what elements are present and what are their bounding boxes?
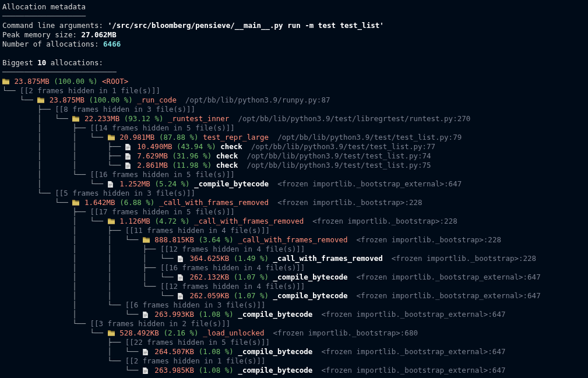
func-name: check [220,142,242,151]
func-name: _compile_bytecode [273,291,348,300]
alloc-pct: (3.64 %) [199,235,234,244]
alloc-size: 364.625KB [190,254,230,263]
func-name: check [216,161,238,169]
tree-gutter: │ │ └── [2,282,160,291]
svg-rect-10 [108,185,112,185]
tree-node-file: │ │ └── 262.059KB (1.07 %) _compile_byte… [2,291,586,301]
tree-node-file: │ │ └── 2.861MB (11.98 %) check /opt/bb/… [2,161,586,170]
tree-node-file: │ └── 1.252MB (5.24 %) _compile_bytecode… [2,179,586,189]
tree-gutter: ├── [2,207,90,216]
func-name: _compile_bytecode [238,366,312,375]
svg-rect-27 [144,370,147,371]
svg-rect-3 [126,156,129,157]
alloc-pct: (1.08 %) [199,310,234,319]
alloc-size: 1.252MB [119,179,150,188]
svg-rect-1 [126,147,129,148]
source-location: <frozen importlib._bootstrap>:228 [277,198,422,207]
source-location: <frozen importlib._bootstrap>:228 [312,217,457,225]
folder-icon [72,116,79,122]
tree-gutter: │ │ ├── [2,142,125,151]
alloc-size: 262.132KB [190,273,230,281]
alloc-pct: (5.24 %) [154,179,189,188]
hidden-frames-line: └── [[3 frames hidden in 2 file(s)]] [2,319,586,328]
func-name: _call_with_frames_removed [273,254,383,263]
alloc-pct: (4.72 %) [154,217,189,225]
source-location: <frozen importlib._bootstrap_external>:6… [357,291,541,300]
folder-icon [108,135,115,140]
alloc-size: 1.126MB [119,217,150,225]
tree-gutter: │ ├── [2,226,125,235]
cmd-line: Command line arguments: '/src/src/bloomb… [2,21,586,30]
svg-rect-17 [179,279,181,280]
tree-gutter: └── [2,319,90,328]
tree-node-folder: │ └── 1.126MB (4.72 %) _call_with_frames… [2,217,586,226]
svg-rect-5 [126,158,128,158]
svg-rect-0 [126,147,129,147]
alloc-size: 20.981MB [119,133,154,142]
file-icon [125,144,132,150]
tree-gutter: │ │ ├── [2,151,125,160]
tree-gutter: │ └── [2,347,143,356]
tree-gutter: │ │ ├── [2,245,160,253]
svg-rect-8 [126,167,128,168]
func-name: _call_with_frames_removed [194,217,304,225]
alloc-size: 2.861MB [137,161,168,169]
alloc-pct: (1.07 %) [234,291,269,300]
source-location: <frozen importlib._bootstrap_external>:6… [321,310,505,319]
tree-node-folder: │ │ └── 888.815KB (3.64 %) _call_with_fr… [2,235,586,245]
alloc-size: 1.642MB [84,198,115,207]
tree-gutter: └── [2,328,108,337]
hidden-frames-line: └── [[2 frames hidden in 1 file(s)]] [2,86,586,96]
tree-gutter [10,77,15,86]
svg-rect-9 [108,184,112,185]
alloc-size: 888.815KB [154,235,194,244]
hidden-frames-line: └── [[5 frames hidden in 3 file(s)]] [2,189,586,198]
tree-node-file: │ └── 264.507KB (1.08 %) _compile_byteco… [2,347,586,356]
alloc-pct: (1.08 %) [199,347,234,356]
svg-rect-4 [126,157,129,157]
folder-icon [143,237,150,243]
alloc-size: 22.233MB [84,114,119,123]
blank [2,49,586,58]
svg-rect-16 [179,278,182,278]
tree-gutter [80,198,84,207]
func-name: test_repr_large [203,133,269,142]
svg-rect-26 [144,354,146,354]
alloc-size: 10.490MB [137,142,172,151]
tree-node-folder: └── 23.875MB (100.00 %) _run_code /opt/b… [2,96,586,105]
svg-rect-11 [108,186,111,186]
file-icon [143,312,150,317]
source-location: <frozen importlib._bootstrap_external>:6… [321,366,505,375]
svg-rect-18 [179,296,182,296]
alloc-pct: (1.08 %) [199,366,234,375]
tree-node-folder: └── 528.492KB (2.16 %) _load_unlocked <f… [2,328,586,338]
svg-rect-14 [179,260,181,261]
tree-gutter: │ └── [2,301,125,309]
tree-node-folder: └── 1.642MB (6.88 %) _call_with_frames_r… [2,198,586,207]
tree-gutter: ├── [2,338,125,347]
alloc-size: 7.629MB [137,151,168,160]
svg-rect-12 [179,259,182,259]
source-location: /opt/bb/lib/python3.9/test/test_list.py:… [251,142,435,151]
tree-gutter [185,273,190,281]
tree-gutter: └── [2,366,143,375]
tree-node-folder: │ │ └── 20.981MB (87.88 %) test_repr_lar… [2,133,586,142]
alloc-pct: (1.49 %) [234,254,269,263]
svg-rect-20 [179,298,181,298]
svg-rect-6 [126,165,129,166]
source-location: /opt/bb/lib/python3.9/test/libregrtest/r… [238,114,470,123]
source-location: /opt/bb/lib/python3.9/test/test_list.py:… [247,151,431,160]
func-name: _load_unlocked [203,328,264,337]
tree-gutter [80,114,84,123]
tree-gutter: │ │ └── [2,161,125,169]
tree-gutter: │ └── [2,170,90,179]
svg-rect-29 [144,372,146,373]
hidden-frames-line: │ ├── [[11 frames hidden in 4 file(s)]] [2,226,586,235]
hidden-frames-line: │ └── [[16 frames hidden in 5 file(s)]] [2,170,586,179]
root-label: <ROOT> [102,77,128,86]
func-name: check [216,151,238,160]
hidden-frames-line: ├── [[22 frames hidden in 5 file(s)]] [2,338,586,347]
svg-rect-2 [126,149,128,149]
tree-gutter: │ │ └── [2,291,178,300]
svg-rect-24 [144,352,147,352]
